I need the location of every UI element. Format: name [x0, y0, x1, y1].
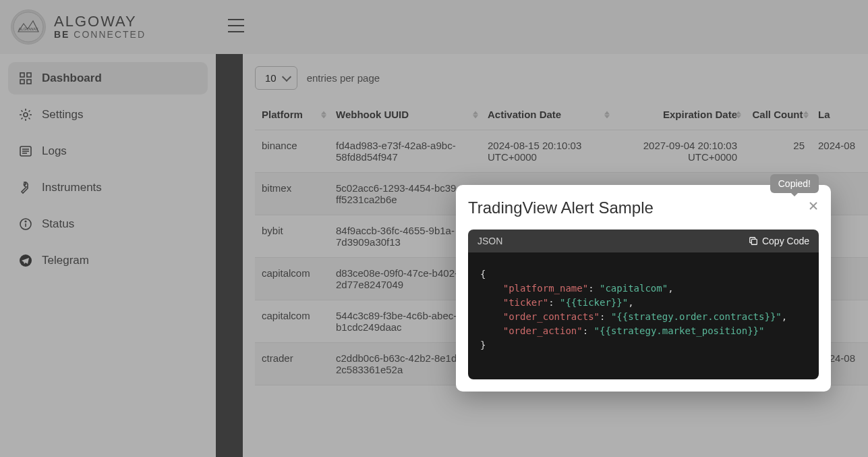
code-sample-box: JSON Copy Code { "platform_name": "capit…: [468, 230, 819, 379]
copy-icon: [749, 236, 758, 246]
code-content[interactable]: { "platform_name": "capitalcom", "ticker…: [468, 252, 819, 379]
modal-close-button[interactable]: [808, 198, 819, 213]
modal-title: TradingView Alert Sample: [468, 198, 654, 217]
copied-tooltip: Copied!: [770, 174, 819, 193]
copy-code-button[interactable]: Copy Code: [749, 236, 809, 246]
svg-rect-20: [751, 239, 757, 244]
close-icon: [809, 202, 817, 210]
code-lang-label: JSON: [478, 236, 502, 246]
alert-sample-modal: Copied! TradingView Alert Sample JSON Co…: [456, 185, 831, 392]
